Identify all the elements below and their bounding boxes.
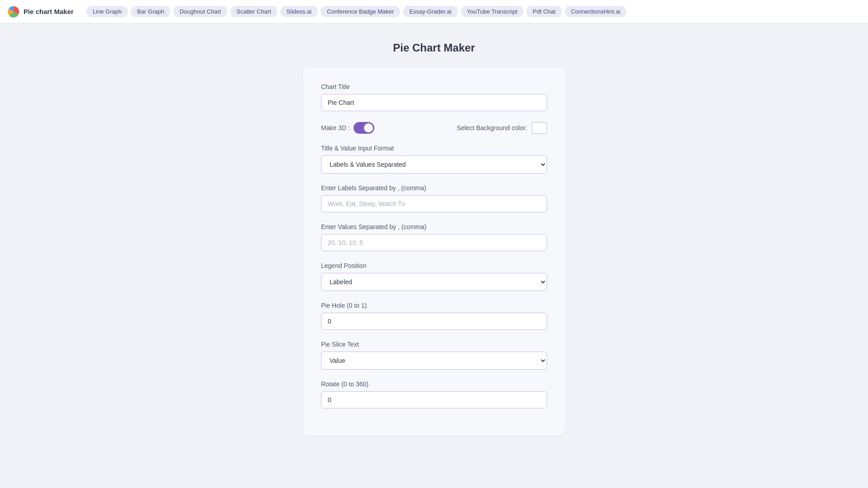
labels-input[interactable]	[321, 195, 547, 212]
header: Pie chart Maker Line GraphBar GraphDough…	[0, 0, 868, 23]
make3d-label: Make 3D :	[321, 124, 350, 131]
nav-pill-essay-grader-ai[interactable]: Essay-Grader.ai	[403, 6, 458, 17]
pie-hole-input[interactable]	[321, 313, 547, 330]
pie-slice-text-label: Pie Slice Text	[321, 341, 547, 348]
content-area: Pie Chart Maker Chart Title Make 3D : Se…	[303, 42, 565, 436]
legend-position-select[interactable]: LabeledTopBottomLeftRightNone	[321, 273, 547, 291]
nav-pill-youtube-transcript[interactable]: YouTube Transcript	[461, 6, 524, 17]
labels-group: Enter Labels Separated by , (comma)	[321, 184, 547, 212]
labels-label: Enter Labels Separated by , (comma)	[321, 184, 547, 192]
toggle-slider	[354, 122, 374, 134]
nav-pill-line-graph[interactable]: Line Graph	[86, 6, 128, 17]
values-input[interactable]	[321, 234, 547, 251]
chart-title-group: Chart Title	[321, 83, 547, 111]
nav-pills: Line GraphBar GraphDoughnut ChartScatter…	[86, 6, 627, 17]
rotate-group: Rotate (0 to 360)	[321, 380, 547, 408]
pie-hole-label: Pie Hole (0 to 1)	[321, 302, 547, 309]
nav-pill-connections-hint-ai[interactable]: ConnectionsHint.ai	[565, 6, 627, 17]
nav-pill-scatter-chart[interactable]: Scatter Chart	[230, 6, 278, 17]
make3d-bg-row: Make 3D : Select Background color:	[321, 122, 547, 134]
nav-pill-bar-graph[interactable]: Bar Graph	[131, 6, 170, 17]
title-format-label: Title & Value Input Format	[321, 145, 547, 152]
title-format-group: Title & Value Input Format Labels & Valu…	[321, 145, 547, 174]
pie-slice-text-select[interactable]: ValuePercentageLabelNone	[321, 352, 547, 370]
values-group: Enter Values Separated by , (comma)	[321, 223, 547, 251]
nav-pill-slidess-ai[interactable]: Slidess.ai	[280, 6, 318, 17]
bg-color-swatch[interactable]	[532, 122, 547, 134]
make3d-group: Make 3D :	[321, 122, 374, 134]
pie-slice-text-group: Pie Slice Text ValuePercentageLabelNone	[321, 341, 547, 370]
nav-pill-doughnut-chart[interactable]: Doughnut Chart	[173, 6, 227, 17]
values-label: Enter Values Separated by , (comma)	[321, 223, 547, 230]
pie-hole-group: Pie Hole (0 to 1)	[321, 302, 547, 330]
title-format-select[interactable]: Labels & Values SeparatedCombined	[321, 155, 547, 174]
legend-position-group: Legend Position LabeledTopBottomLeftRigh…	[321, 262, 547, 291]
logo-text: Pie chart Maker	[24, 8, 74, 15]
chart-title-input[interactable]	[321, 94, 547, 111]
rotate-input[interactable]	[321, 391, 547, 408]
main-content: Pie Chart Maker Chart Title Make 3D : Se…	[0, 23, 868, 454]
bg-color-label: Select Background color:	[457, 124, 527, 131]
bg-color-group: Select Background color:	[457, 122, 547, 134]
page-title: Pie Chart Maker	[303, 42, 565, 54]
logo-link[interactable]: Pie chart Maker	[7, 5, 74, 18]
nav-pill-conference-badge-maker[interactable]: Conference Badge Maker	[321, 6, 400, 17]
chart-title-label: Chart Title	[321, 83, 547, 90]
make3d-toggle[interactable]	[354, 122, 374, 134]
nav-pill-pdf-chat[interactable]: Pdf Chat	[526, 6, 562, 17]
form-card: Chart Title Make 3D : Select Background …	[303, 67, 565, 436]
pie-chart-logo-icon	[7, 5, 20, 18]
rotate-label: Rotate (0 to 360)	[321, 380, 547, 388]
legend-position-label: Legend Position	[321, 262, 547, 269]
